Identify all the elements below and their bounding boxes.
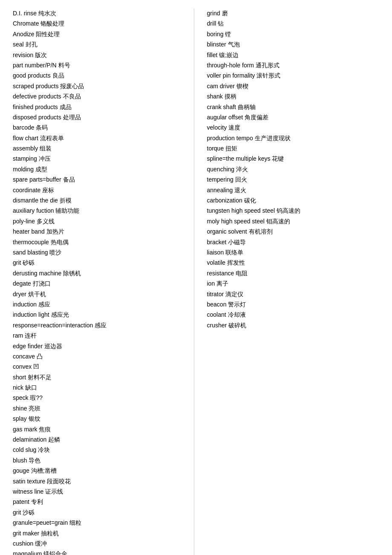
list-item: shank 摸柄 [207, 92, 380, 101]
list-item: heater band 加热片 [13, 227, 185, 236]
list-item: ion 离子 [207, 279, 380, 288]
list-item: gouge 沟槽;凿槽 [13, 466, 185, 475]
list-item: beacon 警示灯 [207, 300, 380, 309]
list-item: cold slug 冷块 [13, 445, 185, 454]
list-item: crusher 破碎机 [207, 321, 380, 330]
list-item: satin texture 段面咬花 [13, 477, 185, 486]
list-item: spare parts=buffer 备品 [13, 175, 185, 184]
list-item: defective products 不良品 [13, 92, 185, 101]
right-column: grind 磨drill 钻boring 镗blinster 气泡fillet … [194, 9, 380, 555]
list-item: patent 专利 [13, 497, 185, 506]
list-item: cushion 缓冲 [13, 539, 185, 548]
list-item: blush 导色 [13, 456, 185, 465]
list-item: witness line 证示线 [13, 487, 185, 496]
list-item: revision 版次 [13, 50, 185, 60]
list-item: concave 凸 [13, 352, 185, 361]
list-item: grind 磨 [207, 9, 380, 18]
list-item: production tempo 生产进度现状 [207, 133, 380, 143]
list-item: derusting machine 除锈机 [13, 269, 185, 278]
list-item: short 射料不足 [13, 373, 185, 382]
list-item: liaison 联络单 [207, 248, 380, 257]
list-item: good products 良品 [13, 71, 185, 80]
list-item: Chromate 铬酸处理 [13, 19, 185, 28]
list-item: assembly 组装 [13, 144, 185, 153]
list-item: speck 瑕?? [13, 393, 185, 402]
list-item: crank shaft 曲柄轴 [207, 102, 380, 112]
list-item: nick 缺口 [13, 383, 185, 392]
list-item: part number/P/N 料号 [13, 61, 185, 70]
list-item: magnalium 镁铝合金 [13, 549, 185, 555]
list-item: Anodize 阳性处理 [13, 29, 185, 39]
list-item: granule=peuet=grain 细粒 [13, 518, 185, 527]
list-item: ram 连杆 [13, 331, 185, 340]
list-item: volatile 挥发性 [207, 258, 380, 267]
list-item: spline=the multiple keys 花键 [207, 154, 380, 163]
list-item: cam driver 锲楔 [207, 81, 380, 91]
list-item: torque 扭矩 [207, 144, 380, 153]
list-item: velocity 速度 [207, 123, 380, 132]
list-item: edge finder 巡边器 [13, 341, 185, 351]
list-item: dryer 烘干机 [13, 289, 185, 299]
list-item: carbonization 碳化 [207, 196, 380, 205]
list-item: splay 银纹 [13, 414, 185, 423]
list-item: blinster 气泡 [207, 40, 380, 49]
left-column: D.I. rinse 纯水次Chromate 铬酸处理Anodize 阳性处理s… [13, 9, 194, 555]
list-item: coordinate 座标 [13, 185, 185, 195]
list-item: resistance 电阻 [207, 269, 380, 278]
list-item: coolant 冷却液 [207, 310, 380, 319]
list-item: induction light 感应光 [13, 310, 185, 319]
list-item: tempering 回火 [207, 175, 380, 184]
list-item: seal 封孔 [13, 40, 185, 49]
list-item: stamping 冲压 [13, 154, 185, 163]
list-item: organic solvent 有机溶剂 [207, 227, 380, 236]
list-item: bracket 小磁导 [207, 237, 380, 247]
list-item: annealing 退火 [207, 185, 380, 195]
list-item: drill 钻 [207, 19, 380, 28]
list-item: grit 砂砾 [13, 258, 185, 267]
list-item: boring 镗 [207, 29, 380, 39]
list-item: response=reaction=interaction 感应 [13, 321, 185, 330]
list-item: through-hole form 通孔形式 [207, 61, 380, 70]
list-item: disposed products 处理品 [13, 113, 185, 122]
list-item: sand blasting 喷沙 [13, 248, 185, 257]
list-item: thermocouple 热电偶 [13, 237, 185, 247]
list-item: finished products 成品 [13, 102, 185, 112]
list-item: poly-line 多义线 [13, 217, 185, 226]
list-item: shine 亮班 [13, 404, 185, 413]
list-item: D.I. rinse 纯水次 [13, 9, 185, 18]
list-item: voller pin formality 滚针形式 [207, 71, 380, 80]
list-item: degate 打浇口 [13, 279, 185, 288]
list-item: delamination 起鳞 [13, 435, 185, 444]
page-container: D.I. rinse 纯水次Chromate 铬酸处理Anodize 阳性处理s… [0, 0, 392, 555]
list-item: quenching 淬火 [207, 165, 380, 174]
list-item: barcode 条码 [13, 123, 185, 132]
list-item: fillet 镶;嵌边 [207, 50, 380, 60]
list-item: moly high speed steel 钼高速的 [207, 217, 380, 226]
list-item: induction 感应 [13, 300, 185, 309]
list-item: convex 凹 [13, 362, 185, 371]
list-item: grit 沙砾 [13, 508, 185, 517]
list-item: augular offset 角度偏差 [207, 113, 380, 122]
list-item: gas mark 焦痕 [13, 425, 185, 434]
list-item: molding 成型 [13, 165, 185, 174]
list-item: dismantle the die 折模 [13, 196, 185, 205]
list-item: flow chart 流程表单 [13, 133, 185, 143]
list-item: grit maker 抽粒机 [13, 529, 185, 538]
list-item: auxiliary fuction 辅助功能 [13, 206, 185, 215]
list-item: tungsten high speed steel 钨高速的 [207, 206, 380, 215]
list-item: scraped products 报废心品 [13, 81, 185, 91]
list-item: titrator 滴定仪 [207, 289, 380, 299]
